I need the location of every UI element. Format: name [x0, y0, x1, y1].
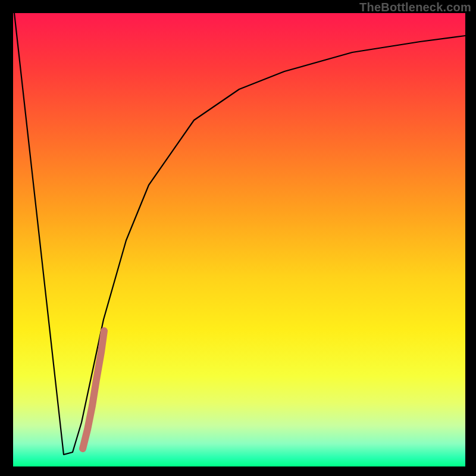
- chart-container: TheBottleneck.com: [0, 0, 476, 476]
- bottleneck-curve: [14, 13, 465, 455]
- highlight-segment: [83, 331, 104, 449]
- branding-text: TheBottleneck.com: [359, 1, 471, 14]
- plot-area: [13, 13, 465, 466]
- chart-svg: [13, 13, 465, 466]
